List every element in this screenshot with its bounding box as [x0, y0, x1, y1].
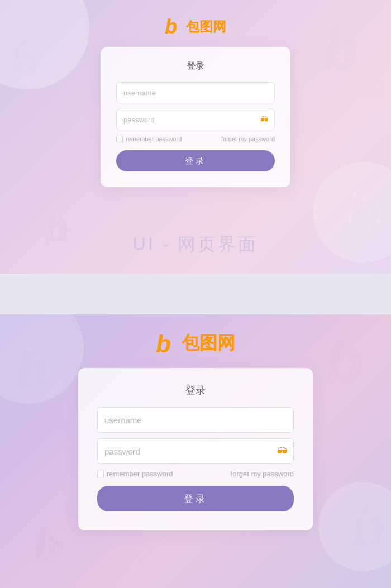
bottom-login-card: 登录 🕶 remember password forget my passwor…: [78, 368, 313, 530]
watermark-5: b: [365, 67, 385, 106]
bottom-watermark-2: b: [326, 326, 363, 396]
bottom-logo-b-icon: b: [156, 331, 178, 356]
top-options-row: remember password forget my password: [116, 136, 275, 142]
svg-text:b: b: [165, 17, 177, 37]
bottom-logo-text: 包图网: [182, 331, 235, 356]
bottom-remember-checkbox[interactable]: [97, 471, 104, 477]
top-eye-icon[interactable]: 🕶: [260, 115, 268, 124]
top-section: b b b b b b 包图网 登录 🕶 remember password f…: [0, 0, 391, 274]
svg-text:b: b: [156, 331, 171, 356]
top-password-input[interactable]: [116, 109, 275, 130]
watermark-3: b: [45, 207, 69, 251]
bottom-watermark-1: b: [17, 342, 47, 400]
top-username-input[interactable]: [116, 82, 275, 103]
bottom-section: b b b b b 包图网 登录 🕶 remember password for…: [0, 314, 391, 588]
bottom-logo-area: b 包图网: [156, 331, 235, 356]
bottom-forgot-link[interactable]: forget my password: [231, 470, 294, 478]
top-ui-label: UI - 网页界面: [133, 232, 258, 257]
bottom-password-wrapper: 🕶: [97, 438, 294, 464]
top-login-button[interactable]: 登录: [116, 150, 275, 171]
watermark-2: b: [323, 17, 357, 81]
top-logo-text: 包图网: [186, 18, 226, 36]
bottom-login-button[interactable]: 登录: [97, 486, 294, 511]
top-login-card: 登录 🕶 remember password forget my passwor…: [101, 47, 290, 187]
bottom-card-title: 登录: [97, 384, 294, 397]
bottom-eye-icon[interactable]: 🕶: [277, 446, 287, 457]
top-forgot-link[interactable]: forget my password: [221, 136, 275, 142]
bottom-watermark-3: b: [34, 520, 61, 571]
watermark-4: b: [349, 183, 380, 240]
bottom-watermark-4: b: [351, 496, 385, 560]
bottom-options-row: remember password forget my password: [97, 470, 294, 478]
top-card-title: 登录: [116, 60, 275, 72]
top-remember-label[interactable]: remember password: [116, 136, 182, 142]
bottom-username-input[interactable]: [97, 407, 294, 433]
top-remember-checkbox[interactable]: [116, 136, 123, 142]
bottom-password-input[interactable]: [97, 438, 294, 464]
top-logo-area: b 包图网: [165, 17, 226, 37]
top-password-wrapper: 🕶: [116, 109, 275, 130]
logo-b-icon: b: [165, 17, 183, 37]
bottom-remember-label[interactable]: remember password: [97, 470, 173, 478]
divider-section: [0, 274, 391, 314]
watermark-1: b: [11, 34, 39, 85]
